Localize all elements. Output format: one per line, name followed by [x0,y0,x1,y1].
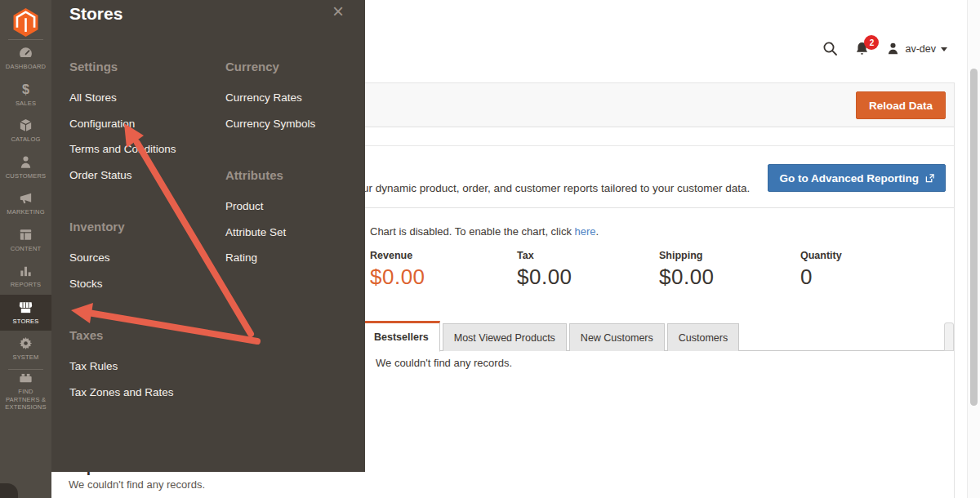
tab-most-viewed-products[interactable]: Most Viewed Products [443,323,567,351]
sidebar-item-label: DASHBOARD [5,63,47,71]
metric-value: $0.00 [370,265,425,290]
header-actions: 2 av-dev [822,41,947,56]
user-menu[interactable]: av-dev [886,42,947,56]
dollar-icon: $ [18,82,33,97]
chart-notice-text: Chart is disabled. To enable the chart, … [370,225,575,238]
menu-item-sources[interactable]: Sources [69,245,216,271]
tab-new-customers[interactable]: New Customers [569,323,665,351]
flyout-section-currency: Currency Currency Rates Currency Symbols [225,59,372,136]
tab-strip-overflow [944,322,954,351]
chevron-down-icon [941,47,947,51]
chart-disabled-notice: Chart is disabled. To enable the chart, … [370,225,599,238]
menu-item-configuration[interactable]: Configuration [69,111,216,137]
reload-data-button[interactable]: Reload Data [856,91,946,119]
gear-icon [18,336,33,351]
layout-icon [18,227,33,242]
avatar-icon [886,42,900,56]
flyout-section-heading: Currency [225,59,372,75]
svg-text:$: $ [22,82,29,96]
admin-sidebar: DASHBOARD $ SALES CATALOG CUSTOMERS MARK… [0,0,51,498]
dashboard-tabs: Bestsellers Most Viewed Products New Cus… [363,320,739,351]
metric-value: 0 [800,265,842,290]
metric-label: Tax [517,250,572,261]
enable-chart-link[interactable]: here [575,225,596,238]
sidebar-item-sales[interactable]: $ SALES [0,77,51,113]
menu-item-all-stores[interactable]: All Stores [69,85,216,111]
flyout-section-inventory: Inventory Sources Stocks [69,219,216,296]
notification-badge: 2 [864,35,879,50]
sidebar-item-label: SYSTEM [11,353,39,362]
box-icon [18,118,33,133]
menu-item-order-status[interactable]: Order Status [69,162,216,189]
metric-quantity: Quantity 0 [800,250,842,290]
advanced-reporting-description: ur dynamic product, order, and customer … [363,182,750,194]
flyout-section-settings: Settings All Stores Configuration Terms … [69,59,216,188]
sidebar-item-catalog[interactable]: CATALOG [0,113,51,149]
sidebar-item-content[interactable]: CONTENT [0,222,51,259]
gauge-icon [18,45,33,60]
megaphone-icon [18,190,33,206]
advanced-reporting-button-label: Go to Advanced Reporting [779,172,919,185]
metric-label: Quantity [800,250,842,261]
sidebar-item-find-partners[interactable]: FIND PARTNERS & EXTENSIONS [0,371,51,411]
menu-item-currency-rates[interactable]: Currency Rates [225,85,372,111]
sidebar-item-system[interactable]: SYSTEM [0,331,51,367]
menu-item-currency-symbols[interactable]: Currency Symbols [225,111,372,137]
external-link-icon [925,174,934,183]
magento-logo-icon [12,7,39,38]
search-icon[interactable] [822,41,838,56]
menu-item-tax-rules[interactable]: Tax Rules [69,353,216,380]
scrollbar-thumb[interactable] [970,69,978,406]
flyout-section-attributes: Attributes Product Attribute Set Rating [225,167,372,271]
flyout-section-heading: Settings [69,59,216,75]
tab-customers[interactable]: Customers [667,323,739,351]
sidebar-item-label: SALES [15,100,37,108]
flyout-title: Stores [69,4,122,24]
sidebar-item-label: STORES [12,318,40,326]
flyout-section-taxes: Taxes Tax Rules Tax Zones and Rates [69,327,216,405]
username-label: av-dev [905,43,936,55]
sidebar-item-label: CATALOG [10,136,41,144]
flyout-section-heading: Taxes [69,327,216,344]
top-search-terms-empty-text: We couldn't find any records. [69,478,205,491]
chart-notice-period: . [596,225,599,238]
sidebar-item-customers[interactable]: CUSTOMERS [0,149,51,186]
sidebar-item-label: REPORTS [10,281,42,289]
scrollbar-track[interactable] [967,0,980,498]
menu-item-attribute-set[interactable]: Attribute Set [225,220,372,246]
sidebar-item-label: CONTENT [10,245,42,253]
notifications-button[interactable]: 2 [854,41,870,56]
brick-icon [18,370,33,385]
close-icon[interactable]: × [332,2,344,21]
menu-item-terms-and-conditions[interactable]: Terms and Conditions [69,136,216,162]
flyout-section-heading: Attributes [225,167,372,184]
metric-label: Revenue [370,250,425,261]
metric-value: $0.00 [517,265,572,290]
metric-value: $0.00 [659,265,715,290]
storefront-icon [18,300,33,315]
sidebar-item-label: MARKETING [6,208,45,216]
metric-label: Shipping [659,250,715,261]
go-to-advanced-reporting-button[interactable]: Go to Advanced Reporting [768,164,946,192]
sidebar-item-stores[interactable]: STORES [0,295,51,331]
sidebar-item-dashboard[interactable]: DASHBOARD [0,40,51,77]
bar-chart-icon [18,263,33,278]
tab-bestsellers[interactable]: Bestsellers [363,321,440,352]
magento-logo[interactable] [0,0,51,39]
metric-tax: Tax $0.00 [517,250,572,290]
sidebar-item-reports[interactable]: REPORTS [0,258,51,295]
menu-item-rating[interactable]: Rating [225,245,372,271]
sidebar-item-marketing[interactable]: MARKETING [0,185,51,222]
metric-revenue: Revenue $0.00 [370,250,425,290]
tab-panel-empty-text: We couldn't find any records. [376,357,512,369]
sidebar-item-label: CUSTOMERS [5,172,47,180]
metric-shipping: Shipping $0.00 [659,250,715,290]
sidebar-item-label: FIND PARTNERS & EXTENSIONS [0,388,51,411]
person-icon [18,154,33,170]
content-right-border [954,82,955,498]
flyout-section-heading: Inventory [69,219,216,235]
stores-flyout-menu: Stores × Settings All Stores Configurati… [51,0,365,472]
menu-item-tax-zones-and-rates[interactable]: Tax Zones and Rates [69,380,216,406]
menu-item-stocks[interactable]: Stocks [69,271,216,297]
menu-item-product[interactable]: Product [225,193,372,220]
